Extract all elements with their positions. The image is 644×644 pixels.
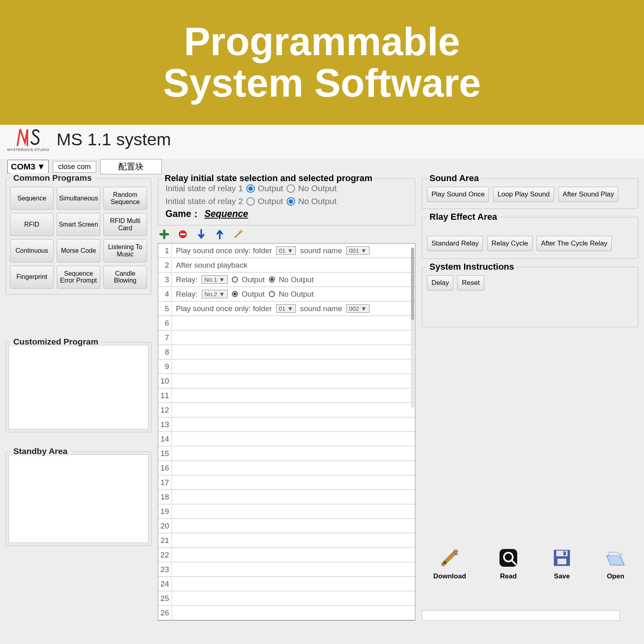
- relay-no-select[interactable]: No.2 ▼: [202, 290, 228, 298]
- read-action[interactable]: Read: [497, 547, 520, 580]
- sound-loop-play-sound[interactable]: Loop Play Sound: [493, 187, 554, 202]
- editor-line[interactable]: Relay:No.2 ▼OutputNo Output: [172, 287, 415, 301]
- sound-area-title: Sound Area: [427, 173, 481, 184]
- editor-line[interactable]: [172, 359, 415, 374]
- open-icon: [604, 547, 627, 569]
- banner-title: Programmable System Software: [163, 21, 481, 104]
- sound-play-sound-once[interactable]: Play Sound Once: [427, 187, 489, 202]
- program-continuous[interactable]: Continuous: [10, 239, 54, 262]
- folder-select[interactable]: 01 ▼: [276, 246, 296, 255]
- sound-select[interactable]: 002 ▼: [346, 304, 369, 313]
- editor-line[interactable]: Play sound once only: folder01 ▼sound na…: [172, 301, 415, 316]
- sys-delay[interactable]: Delay: [427, 275, 453, 291]
- save-action[interactable]: Save: [551, 547, 573, 580]
- editor-line[interactable]: After sound playback: [172, 258, 415, 272]
- editor-line[interactable]: [172, 403, 415, 417]
- move-down-icon[interactable]: [196, 229, 207, 240]
- line-output-radio[interactable]: [232, 277, 238, 283]
- editor-line[interactable]: [172, 446, 415, 461]
- relay2-nooutput-radio[interactable]: [287, 197, 295, 206]
- scrollbar[interactable]: [411, 248, 414, 409]
- gutter-row: 12: [158, 403, 171, 417]
- com-value: COM3: [11, 162, 35, 171]
- editor-line[interactable]: [172, 591, 415, 606]
- relay1-nooutput-radio[interactable]: [287, 184, 295, 193]
- line-nooutput-radio[interactable]: [269, 277, 275, 283]
- line-output-radio[interactable]: [232, 291, 238, 297]
- editor-lines: Play sound once only: folder01 ▼sound na…: [172, 244, 415, 620]
- customized-program-area[interactable]: [8, 345, 149, 429]
- editor-line[interactable]: [172, 417, 415, 432]
- program-simultaneous[interactable]: Simultaneous: [57, 187, 100, 210]
- editor-line[interactable]: [172, 374, 415, 388]
- reffect-after-the-cycle-relay[interactable]: After The Cycle Relay: [537, 236, 612, 251]
- editor-line[interactable]: [172, 461, 415, 475]
- logo: MYSTERIOUS STUDIO: [7, 127, 50, 152]
- editor-line[interactable]: [172, 562, 415, 577]
- relay-no-select[interactable]: No.1 ▼: [202, 275, 228, 284]
- reffect-relay-cycle[interactable]: Relay Cycle: [487, 236, 533, 251]
- program-smart-screen[interactable]: Smart Screen: [57, 213, 100, 236]
- config-button[interactable]: 配置块: [100, 159, 162, 174]
- relay1-output-radio[interactable]: [246, 184, 255, 193]
- editor-line[interactable]: [172, 533, 415, 548]
- wand-icon[interactable]: [233, 229, 244, 240]
- gutter-row: 5: [158, 301, 171, 316]
- editor-line[interactable]: [172, 548, 415, 562]
- editor-line[interactable]: [172, 388, 415, 403]
- folder-select[interactable]: 01 ▼: [276, 304, 296, 313]
- save-icon: [551, 547, 573, 569]
- svg-rect-8: [557, 559, 566, 564]
- program-sequence-error-prompt[interactable]: Sequence Error Prompt: [57, 266, 100, 289]
- gutter-row: 22: [158, 548, 171, 562]
- program-morse-code[interactable]: Morse Code: [57, 239, 100, 262]
- sound-after-sound-play[interactable]: After Sound Play: [558, 187, 619, 202]
- com-select[interactable]: COM3 ▼: [7, 160, 49, 173]
- main-area: Common Programs SequenceSimultaneousRand…: [0, 178, 644, 621]
- remove-icon[interactable]: [177, 229, 188, 240]
- editor-line[interactable]: [172, 475, 415, 490]
- editor-line[interactable]: Play sound once only: folder01 ▼sound na…: [172, 244, 415, 258]
- line-nooutput-radio[interactable]: [269, 291, 275, 297]
- close-com-button[interactable]: close com: [53, 161, 96, 173]
- editor-line[interactable]: [172, 504, 415, 519]
- editor-line[interactable]: [172, 606, 415, 620]
- open-action[interactable]: Open: [604, 547, 627, 580]
- gutter-row: 6: [158, 316, 171, 330]
- standby-area[interactable]: [8, 454, 149, 543]
- program-fingerprint[interactable]: Fingerprint: [10, 266, 54, 289]
- step-editor[interactable]: 1234567891011121314151617181920212223242…: [158, 243, 415, 621]
- scrollbar-thumb[interactable]: [411, 248, 414, 320]
- download-icon: [438, 547, 461, 569]
- editor-line[interactable]: [172, 519, 415, 533]
- editor-line[interactable]: [172, 330, 415, 345]
- relay1-nooutput-text: No Output: [298, 184, 337, 193]
- editor-line[interactable]: [172, 345, 415, 359]
- relay-effect-buttons: Standard RelayRelay CycleAfter The Cycle…: [427, 236, 633, 251]
- editor-line[interactable]: [172, 490, 415, 504]
- editor-line[interactable]: Relay:No.1 ▼OutputNo Output: [172, 272, 415, 287]
- game-label: Game：: [165, 208, 200, 220]
- program-rfid-multi-card[interactable]: RFID Multi Card: [103, 213, 147, 236]
- relay1-output-text: Output: [258, 184, 283, 193]
- editor-line[interactable]: [172, 316, 415, 330]
- app-header: MYSTERIOUS STUDIO MS 1.1 system: [0, 125, 644, 159]
- relay-title: Relay initial state selection and select…: [162, 173, 375, 184]
- sound-select[interactable]: 001 ▼: [346, 246, 369, 255]
- sys-reset[interactable]: Reset: [457, 275, 484, 291]
- program-sequence[interactable]: Sequence: [10, 187, 54, 210]
- program-random-sequence[interactable]: Random Sequence: [103, 187, 147, 210]
- relay2-output-radio[interactable]: [246, 197, 255, 206]
- system-instructions-group: System Instructions DelayReset: [422, 267, 638, 327]
- program-candle-blowing[interactable]: Candle Blowing: [103, 266, 147, 289]
- reffect-standard-relay[interactable]: Standard Relay: [427, 236, 483, 251]
- add-icon[interactable]: [159, 229, 170, 240]
- editor-line[interactable]: [172, 577, 415, 591]
- save-label: Save: [554, 572, 570, 580]
- program-rfid[interactable]: RFID: [10, 213, 54, 236]
- relay-effect-group: Rlay Effect Area Standard RelayRelay Cyc…: [422, 217, 638, 259]
- move-up-icon[interactable]: [214, 229, 225, 240]
- program-listening-to-music[interactable]: Listening To Music: [103, 239, 147, 262]
- download-action[interactable]: Download: [433, 547, 466, 580]
- editor-line[interactable]: [172, 432, 415, 446]
